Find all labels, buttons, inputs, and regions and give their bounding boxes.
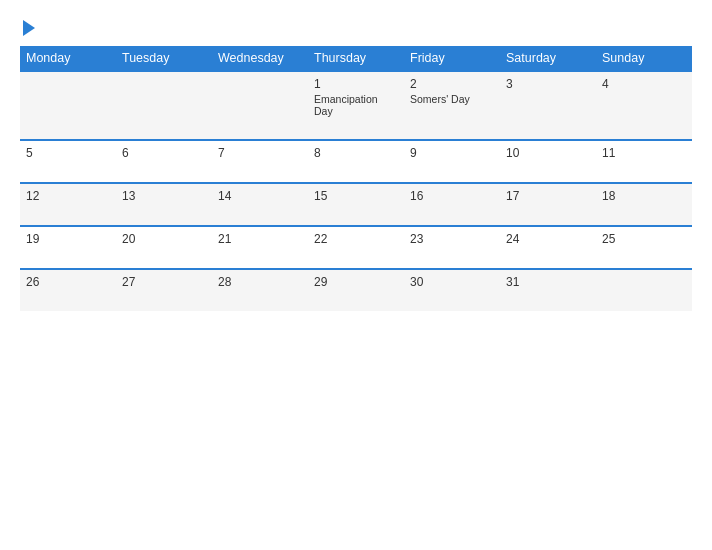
day-number: 23 bbox=[410, 232, 494, 246]
weekday-header-sunday: Sunday bbox=[596, 46, 692, 71]
calendar-cell bbox=[116, 71, 212, 140]
calendar-cell: 12 bbox=[20, 183, 116, 226]
calendar-cell: 23 bbox=[404, 226, 500, 269]
weekday-header-tuesday: Tuesday bbox=[116, 46, 212, 71]
calendar-cell: 9 bbox=[404, 140, 500, 183]
day-number: 6 bbox=[122, 146, 206, 160]
day-number: 12 bbox=[26, 189, 110, 203]
calendar-cell bbox=[596, 269, 692, 311]
day-number: 29 bbox=[314, 275, 398, 289]
day-number: 21 bbox=[218, 232, 302, 246]
calendar-header: MondayTuesdayWednesdayThursdayFridaySatu… bbox=[20, 46, 692, 71]
calendar-cell: 13 bbox=[116, 183, 212, 226]
day-number: 19 bbox=[26, 232, 110, 246]
calendar-cell: 17 bbox=[500, 183, 596, 226]
day-number: 11 bbox=[602, 146, 686, 160]
calendar-cell: 6 bbox=[116, 140, 212, 183]
day-number: 20 bbox=[122, 232, 206, 246]
day-number: 14 bbox=[218, 189, 302, 203]
calendar-cell bbox=[212, 71, 308, 140]
day-number: 1 bbox=[314, 77, 398, 91]
calendar-cell: 7 bbox=[212, 140, 308, 183]
week-row-2: 567891011 bbox=[20, 140, 692, 183]
calendar-cell: 16 bbox=[404, 183, 500, 226]
day-number: 9 bbox=[410, 146, 494, 160]
day-number: 31 bbox=[506, 275, 590, 289]
calendar-cell: 19 bbox=[20, 226, 116, 269]
weekday-header-monday: Monday bbox=[20, 46, 116, 71]
calendar-table: MondayTuesdayWednesdayThursdayFridaySatu… bbox=[20, 46, 692, 311]
calendar-cell: 21 bbox=[212, 226, 308, 269]
days-of-week-row: MondayTuesdayWednesdayThursdayFridaySatu… bbox=[20, 46, 692, 71]
week-row-4: 19202122232425 bbox=[20, 226, 692, 269]
day-number: 17 bbox=[506, 189, 590, 203]
calendar-cell: 24 bbox=[500, 226, 596, 269]
calendar-cell: 28 bbox=[212, 269, 308, 311]
week-row-1: 1Emancipation Day2Somers' Day34 bbox=[20, 71, 692, 140]
calendar-cell: 25 bbox=[596, 226, 692, 269]
calendar-cell: 18 bbox=[596, 183, 692, 226]
calendar-cell: 15 bbox=[308, 183, 404, 226]
weekday-header-thursday: Thursday bbox=[308, 46, 404, 71]
calendar-cell: 31 bbox=[500, 269, 596, 311]
day-number: 18 bbox=[602, 189, 686, 203]
calendar-cell: 14 bbox=[212, 183, 308, 226]
calendar-cell: 10 bbox=[500, 140, 596, 183]
calendar-cell: 2Somers' Day bbox=[404, 71, 500, 140]
calendar-cell: 4 bbox=[596, 71, 692, 140]
day-number: 3 bbox=[506, 77, 590, 91]
calendar-cell: 29 bbox=[308, 269, 404, 311]
day-number: 4 bbox=[602, 77, 686, 91]
day-number: 30 bbox=[410, 275, 494, 289]
week-row-5: 262728293031 bbox=[20, 269, 692, 311]
calendar-cell bbox=[20, 71, 116, 140]
logo-triangle-icon bbox=[23, 20, 35, 36]
calendar-cell: 11 bbox=[596, 140, 692, 183]
event-name: Somers' Day bbox=[410, 93, 494, 105]
page: MondayTuesdayWednesdayThursdayFridaySatu… bbox=[0, 0, 712, 550]
calendar-cell: 27 bbox=[116, 269, 212, 311]
weekday-header-friday: Friday bbox=[404, 46, 500, 71]
day-number: 16 bbox=[410, 189, 494, 203]
week-row-3: 12131415161718 bbox=[20, 183, 692, 226]
logo bbox=[20, 18, 35, 36]
day-number: 27 bbox=[122, 275, 206, 289]
calendar-cell: 3 bbox=[500, 71, 596, 140]
weekday-header-wednesday: Wednesday bbox=[212, 46, 308, 71]
day-number: 8 bbox=[314, 146, 398, 160]
day-number: 28 bbox=[218, 275, 302, 289]
day-number: 26 bbox=[26, 275, 110, 289]
day-number: 2 bbox=[410, 77, 494, 91]
day-number: 22 bbox=[314, 232, 398, 246]
day-number: 5 bbox=[26, 146, 110, 160]
day-number: 13 bbox=[122, 189, 206, 203]
calendar-body: 1Emancipation Day2Somers' Day34567891011… bbox=[20, 71, 692, 311]
calendar-cell: 26 bbox=[20, 269, 116, 311]
event-name: Emancipation Day bbox=[314, 93, 398, 117]
calendar-cell: 5 bbox=[20, 140, 116, 183]
day-number: 7 bbox=[218, 146, 302, 160]
day-number: 24 bbox=[506, 232, 590, 246]
day-number: 25 bbox=[602, 232, 686, 246]
weekday-header-saturday: Saturday bbox=[500, 46, 596, 71]
calendar-cell: 8 bbox=[308, 140, 404, 183]
day-number: 15 bbox=[314, 189, 398, 203]
calendar-cell: 30 bbox=[404, 269, 500, 311]
calendar-cell: 1Emancipation Day bbox=[308, 71, 404, 140]
calendar-cell: 22 bbox=[308, 226, 404, 269]
day-number: 10 bbox=[506, 146, 590, 160]
calendar-cell: 20 bbox=[116, 226, 212, 269]
header bbox=[20, 18, 692, 36]
